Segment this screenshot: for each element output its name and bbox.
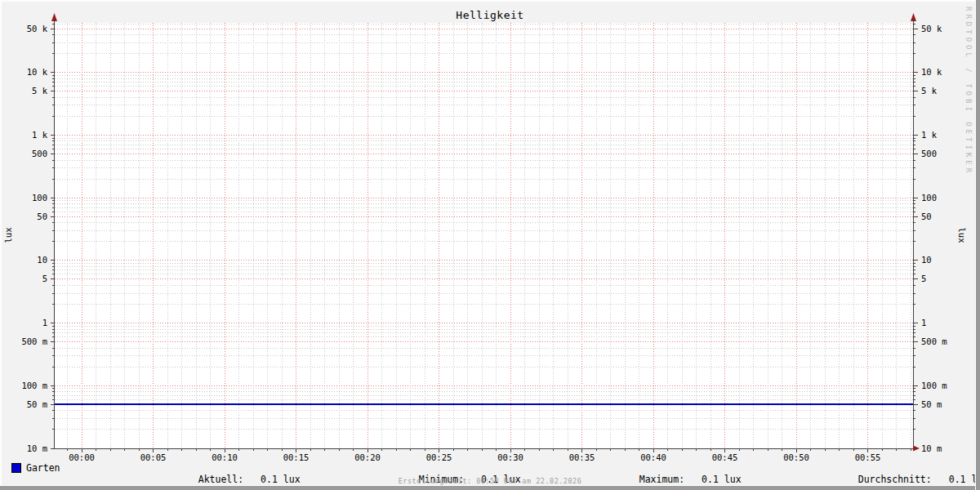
y-tick-label-right: 1	[921, 318, 926, 328]
y-tick-label-right: 50	[921, 212, 932, 222]
x-tick-label: 00:55	[847, 452, 889, 462]
x-tick-label: 00:45	[704, 452, 746, 462]
y-tick-label-left: 500	[0, 149, 47, 159]
legend-swatch	[11, 463, 21, 473]
y-tick-label-left: 10 m	[0, 443, 47, 454]
x-tick-label: 00:25	[418, 452, 461, 462]
y-tick-label-right: 10 m	[921, 443, 942, 454]
x-tick-label: 00:35	[561, 452, 604, 462]
y-tick-label-left: 10	[0, 255, 47, 265]
y-tick-label-left: 100	[0, 193, 47, 203]
y-tick-label-right: 500	[921, 149, 937, 159]
x-tick-label: 00:05	[132, 452, 175, 462]
y-tick-label-right: 100	[921, 193, 937, 203]
border-bottom	[0, 486, 980, 490]
x-tick-label: 00:20	[346, 452, 389, 462]
y-tick-label-right: 5 k	[921, 86, 937, 96]
y-tick-label-left: 50 k	[0, 24, 47, 34]
y-tick-label-right: 50 k	[921, 24, 942, 34]
border-right	[976, 0, 980, 490]
y-tick-label-right: 500 m	[921, 336, 947, 347]
legend-series-label: Garten	[26, 462, 60, 474]
y-tick-label-left: 50	[0, 212, 47, 222]
y-tick-label-left: 1	[0, 318, 47, 328]
rrdtool-graph: Helligkeit RRDTOOL / TOBI OETIKER lux lu…	[0, 0, 980, 490]
y-tick-label-left: 1 k	[0, 130, 47, 140]
y-tick-label-right: 10	[921, 255, 932, 265]
y-tick-label-left: 5 k	[0, 86, 47, 96]
x-tick-label: 00:15	[275, 452, 318, 462]
x-tick-label: 00:00	[60, 452, 103, 462]
y-tick-label-left: 5	[0, 274, 47, 284]
x-tick-label: 00:10	[203, 452, 246, 462]
y-tick-label-right: 10 k	[921, 67, 942, 78]
y-tick-label-right: 50 m	[921, 399, 942, 410]
y-tick-label-left: 500 m	[0, 336, 47, 347]
y-tick-label-right: 100 m	[921, 381, 947, 391]
y-tick-label-right: 5	[921, 274, 926, 284]
y-tick-label-left: 50 m	[0, 399, 47, 410]
y-tick-label-left: 10 k	[0, 67, 47, 78]
chart-plot-area	[0, 0, 980, 490]
y-tick-label-left: 100 m	[0, 381, 47, 391]
x-tick-label: 00:30	[489, 452, 532, 462]
creation-time-caption: Erstellungszeit: 00:58 Uhr am 22.02.2026	[0, 477, 980, 485]
x-tick-label: 00:50	[775, 452, 817, 462]
y-tick-label-right: 1 k	[921, 130, 937, 140]
x-tick-label: 00:40	[632, 452, 675, 462]
